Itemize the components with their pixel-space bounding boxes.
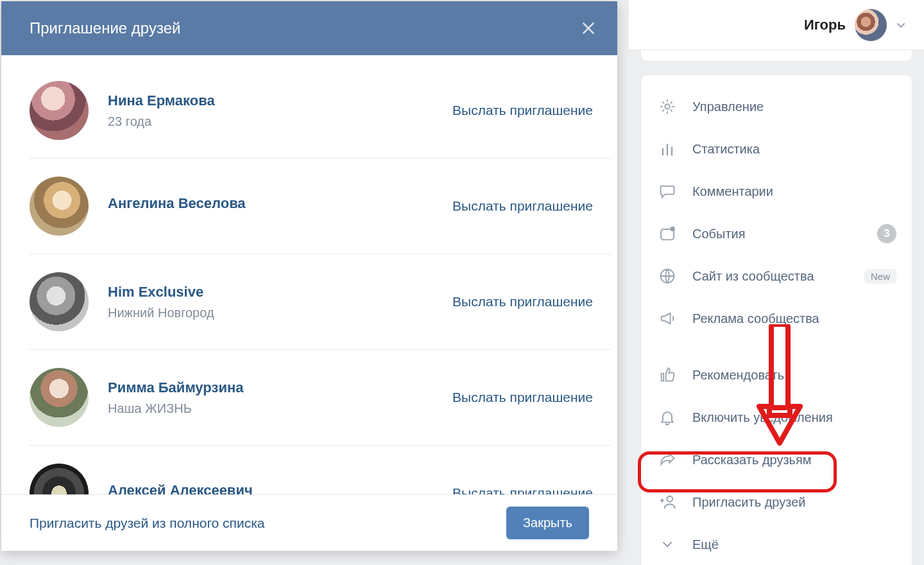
new-badge: New [864,269,896,284]
friend-name[interactable]: Нина Ермакова [108,92,433,109]
chevron-down-icon [656,534,678,555]
sidebar-item-label: Включить уведомления [692,410,896,425]
svg-point-7 [667,496,672,502]
sidebar-item-label: Комментарии [692,184,896,199]
add-user-icon [656,491,678,513]
send-invite-link[interactable]: Выслать приглашение [452,294,593,309]
invite-friends-modal: Приглашение друзей Нина Ермакова 23 года… [1,1,617,551]
close-button[interactable]: Закрыть [506,507,589,539]
friend-row: Алексей Алексеевич Выслать приглашение [30,446,611,494]
friend-row: Римма Баймурзина Наша ЖИЗНЬ Выслать приг… [30,350,611,446]
gear-icon [656,96,678,117]
sidebar-item-invite-friends[interactable]: Пригласить друзей [641,481,912,523]
sidebar-item-label: Управление [692,100,896,114]
friend-info: Нина Ермакова 23 года [108,92,433,129]
modal-title: Приглашение друзей [30,19,180,37]
sidebar-item-label: Сайт из сообщества [692,269,850,284]
friend-info: Римма Баймурзина Наша ЖИЗНЬ [108,379,433,416]
sidebar-item-label: Рассказать друзьям [692,453,896,467]
share-icon [656,449,678,471]
thumb-up-icon [656,364,678,386]
stats-icon [656,138,678,160]
sidebar-item-ads[interactable]: Реклама сообщества [641,297,912,340]
send-invite-link[interactable]: Выслать приглашение [452,103,593,118]
close-icon[interactable] [580,20,597,37]
modal-footer: Пригласить друзей из полного списка Закр… [1,494,617,551]
avatar[interactable] [855,9,887,41]
profile-name: Игорь [804,17,846,33]
friend-subtext: Наша ЖИЗНЬ [108,401,433,416]
comment-icon [656,180,678,202]
sidebar-item-comments[interactable]: Комментарии [641,170,912,213]
modal-header: Приглашение друзей [1,1,617,55]
friend-info: Ангелина Веселова [108,195,433,217]
sidebar-item-site[interactable]: Сайт из сообщества New [641,255,912,297]
profile-bar[interactable]: Игорь [629,0,924,50]
friend-row: Ангелина Веселова Выслать приглашение [30,159,611,254]
friend-subtext: Нижний Новгород [108,306,433,320]
globe-icon [656,265,678,287]
send-invite-link[interactable]: Выслать приглашение [452,485,593,494]
sidebar-item-label: Рекомендовать [692,368,896,383]
chevron-down-icon[interactable] [896,20,906,30]
friend-info: Him Exclusive Нижний Новгород [108,284,433,320]
avatar[interactable] [30,177,89,236]
friend-name[interactable]: Римма Баймурзина [108,379,433,396]
sidebar-item-label: Ещё [692,537,896,552]
sidebar-item-stats[interactable]: Статистика [641,128,912,170]
events-count-badge: 3 [877,224,896,243]
avatar[interactable] [30,272,89,331]
bell-icon [656,406,678,428]
sidebar-item-notifications[interactable]: Включить уведомления [641,396,912,439]
friend-name[interactable]: Him Exclusive [108,284,433,300]
avatar[interactable] [30,464,89,494]
send-invite-link[interactable]: Выслать приглашение [452,390,593,405]
sidebar-item-more[interactable]: Ещё [641,523,912,565]
sidebar-item-label: Статистика [692,142,896,157]
notification-card-icon [656,223,678,245]
svg-point-0 [665,104,669,109]
invite-from-full-list-link[interactable]: Пригласить друзей из полного списка [30,516,265,531]
friend-row: Нина Ермакова 23 года Выслать приглашени… [30,55,611,159]
sidebar-separator [641,340,912,354]
friend-subtext: 23 года [108,114,433,129]
modal-body[interactable]: Нина Ермакова 23 года Выслать приглашени… [1,55,617,494]
friend-info: Алексей Алексеевич [108,482,433,494]
avatar[interactable] [30,368,89,427]
sidebar-card: Управление Статистика Комментарии Событи… [640,74,912,565]
send-invite-link[interactable]: Выслать приглашение [452,198,593,214]
sidebar-item-manage[interactable]: Управление [641,85,912,128]
svg-point-5 [670,227,674,231]
friend-name[interactable]: Алексей Алексеевич [108,482,433,494]
sidebar-item-label: Реклама сообщества [692,311,896,326]
sidebar-item-label: События [692,227,863,241]
sidebar-item-label: Пригласить друзей [692,495,896,510]
friend-row: Him Exclusive Нижний Новгород Выслать пр… [30,254,611,350]
megaphone-icon [656,308,678,329]
search-card-stub [640,50,912,62]
sidebar-item-events[interactable]: События 3 [641,213,912,255]
right-column: Игорь Управление Статистика Комментарии [629,0,924,565]
avatar[interactable] [30,81,89,140]
friend-name[interactable]: Ангелина Веселова [108,195,433,212]
sidebar-item-recommend[interactable]: Рекомендовать [641,354,912,396]
sidebar-item-share[interactable]: Рассказать друзьям [641,439,912,481]
